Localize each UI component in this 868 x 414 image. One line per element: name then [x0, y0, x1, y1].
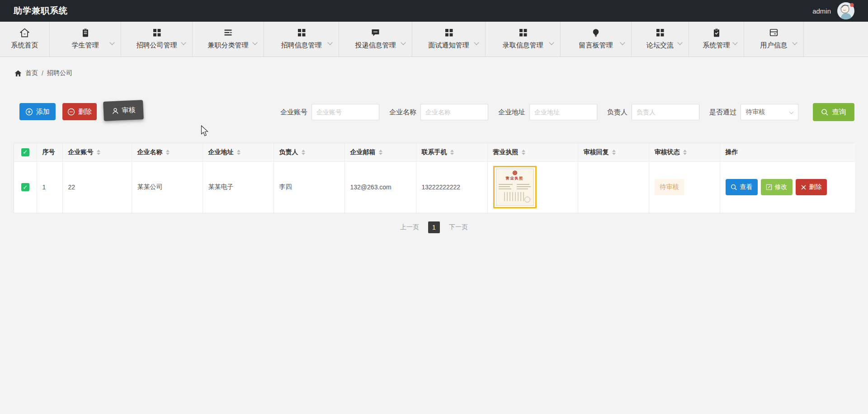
breadcrumb-current: 招聘公司	[47, 69, 72, 77]
topbar: 助学兼职系统 admin	[0, 0, 868, 22]
sort-icon[interactable]	[450, 150, 454, 155]
col-review-reply[interactable]: 审核回复	[578, 143, 649, 161]
screen: 助学兼职系统 admin	[0, 0, 868, 414]
avatar-image	[837, 2, 854, 19]
chevron-down-icon	[109, 40, 114, 45]
col-phone[interactable]: 联系手机	[416, 143, 487, 161]
chevron-down-icon	[677, 40, 682, 45]
grid-icon	[444, 27, 454, 38]
user-name[interactable]: admin	[812, 7, 831, 15]
col-email[interactable]: 企业邮箱	[344, 143, 416, 161]
avatar-badge	[850, 3, 854, 7]
mouse-cursor	[201, 125, 209, 137]
nav-item-delivery-mgmt[interactable]: 投递信息管理	[339, 22, 412, 56]
delete-button[interactable]: 删除	[62, 103, 97, 120]
home-icon	[19, 27, 30, 38]
sort-icon[interactable]	[612, 150, 616, 155]
address-filter-label: 企业地址	[498, 108, 525, 117]
manager-filter-label: 负责人	[607, 108, 627, 117]
pass-select[interactable]: 待审核	[741, 104, 798, 120]
row-checkbox[interactable]: ✓	[21, 183, 29, 191]
name-filter-label: 企业名称	[389, 108, 416, 117]
home-icon	[14, 70, 22, 77]
col-account[interactable]: 企业账号	[62, 143, 132, 161]
sort-icon[interactable]	[522, 150, 525, 155]
cell-license: 营业执照	[487, 161, 578, 213]
breadcrumb-separator: /	[42, 70, 43, 77]
cell-phone: 13222222222	[416, 161, 487, 213]
filter-bar: 企业账号 企业名称 企业地址 负责人 是否通过 待审核 查询	[280, 103, 854, 121]
breadcrumb-home[interactable]: 首页	[25, 69, 38, 77]
sort-icon[interactable]	[166, 150, 170, 155]
sort-icon[interactable]	[683, 150, 687, 155]
chevron-down-icon	[620, 40, 625, 45]
chevron-down-icon	[327, 40, 332, 45]
address-filter-input[interactable]	[529, 104, 597, 120]
select-all-checkbox[interactable]: ✓	[21, 148, 29, 156]
sort-icon[interactable]	[237, 150, 241, 155]
nav-item-forum[interactable]: 论坛交流	[632, 22, 689, 56]
nav-item-user-info[interactable]: 用户信息	[744, 22, 804, 56]
chevron-down-icon	[401, 40, 406, 45]
name-filter-input[interactable]	[420, 104, 488, 120]
pass-filter-label: 是否通过	[709, 108, 736, 117]
col-actions: 操作	[720, 143, 855, 161]
main-nav: 系统首页 学生管理 招聘公司管理 兼职分类管理	[0, 22, 868, 57]
sort-icon[interactable]	[302, 150, 305, 155]
cell-manager: 李四	[274, 161, 344, 213]
sort-icon[interactable]	[97, 150, 100, 155]
col-address[interactable]: 企业地址	[203, 143, 274, 161]
breadcrumb: 首页 / 招聘公司	[14, 69, 72, 77]
manager-filter-input[interactable]	[632, 104, 699, 120]
nav-item-admission-mgmt[interactable]: 录取信息管理	[486, 22, 561, 56]
nav-item-student-mgmt[interactable]: 学生管理	[50, 22, 121, 56]
col-company-name[interactable]: 企业名称	[132, 143, 203, 161]
user-avatar[interactable]	[837, 2, 854, 19]
grid-icon	[152, 27, 162, 38]
view-button[interactable]: 查看	[726, 179, 758, 195]
row-delete-button[interactable]: 删除	[796, 179, 827, 195]
grid-icon	[518, 27, 528, 38]
col-license[interactable]: 营业执照	[487, 143, 578, 161]
sort-icon[interactable]	[379, 150, 382, 155]
clipboard-icon	[80, 27, 90, 38]
grid-icon	[655, 27, 665, 38]
add-button[interactable]: 添加	[19, 103, 56, 120]
current-page[interactable]: 1	[428, 221, 440, 233]
search-icon	[821, 108, 829, 116]
nav-item-messageboard-mgmt[interactable]: 留言板管理	[561, 22, 632, 56]
col-review-status[interactable]: 审核状态	[649, 143, 720, 161]
plus-circle-icon	[25, 108, 33, 116]
cell-index: 1	[37, 161, 62, 213]
account-filter-input[interactable]	[311, 104, 379, 120]
chevron-down-icon	[732, 40, 737, 45]
business-license-thumbnail[interactable]: 营业执照	[493, 166, 537, 208]
cell-company-name: 某某公司	[132, 161, 203, 213]
stamp-icon	[524, 197, 530, 202]
edit-button[interactable]: 修改	[761, 179, 793, 195]
nav-item-system-home[interactable]: 系统首页	[0, 22, 50, 56]
emblem-icon	[512, 170, 518, 175]
next-page-button[interactable]: 下一页	[449, 223, 468, 231]
search-button[interactable]: 查询	[813, 103, 854, 121]
nav-item-job-info-mgmt[interactable]: 招聘信息管理	[264, 22, 339, 56]
col-manager[interactable]: 负责人	[274, 143, 344, 161]
nav-item-system-mgmt[interactable]: 系统管理	[689, 22, 744, 56]
cell-account: 22	[62, 161, 132, 213]
chevron-down-icon	[474, 40, 479, 45]
prev-page-button[interactable]: 上一页	[400, 223, 419, 231]
list-icon	[223, 27, 233, 38]
edit-icon	[766, 184, 772, 190]
chevron-down-icon	[181, 40, 186, 45]
review-button[interactable]: 审核	[103, 100, 144, 121]
nav-item-company-mgmt[interactable]: 招聘公司管理	[121, 22, 193, 56]
app-title: 助学兼职系统	[14, 5, 68, 17]
person-icon	[111, 107, 119, 115]
card-icon	[769, 27, 779, 38]
cell-email: 132@263.com	[344, 161, 416, 213]
nav-item-interview-mgmt[interactable]: 面试通知管理	[412, 22, 486, 56]
nav-item-category-mgmt[interactable]: 兼职分类管理	[193, 22, 264, 56]
grid-icon	[297, 27, 307, 38]
chevron-down-icon	[252, 40, 257, 45]
table-header-row: ✓ 序号 企业账号 企业名称 企业地址 负责人 企业邮箱 联系手机 营业执照 审…	[14, 143, 855, 161]
